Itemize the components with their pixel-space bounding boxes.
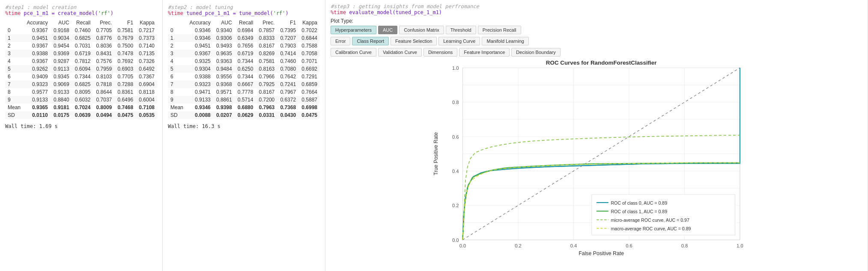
- table-cell: 0.6372: [277, 96, 298, 104]
- table-cell: 0.7135: [136, 50, 157, 57]
- step2-table: AccuracyAUCRecallPrec.F1Kappa 00.93460.9…: [168, 19, 320, 119]
- table-cell: 0.6496: [114, 96, 136, 104]
- table-cell: 0.9398: [213, 104, 235, 111]
- table-cell: 0.9325: [186, 57, 213, 65]
- table-cell: 0.8009: [93, 104, 114, 111]
- table-cell: 0.7344: [235, 57, 256, 65]
- table-cell: 7: [5, 80, 24, 88]
- table-cell: 0.6984: [235, 27, 256, 34]
- table-cell: 0.9577: [24, 88, 51, 96]
- table-cell: 0.9363: [213, 57, 235, 65]
- plot-type-button[interactable]: AUC: [378, 26, 397, 34]
- table-cell: 0.7468: [114, 104, 136, 111]
- table-row: 20.93670.94540.70310.80360.75000.7140: [5, 42, 157, 50]
- table-cell: 0.7022: [298, 27, 320, 34]
- table-cell: 1: [168, 34, 186, 42]
- table-cell: 0.6719: [72, 50, 93, 57]
- table-cell: 0.8118: [136, 88, 157, 96]
- table-cell: 0.7108: [136, 104, 157, 111]
- table-header: Accuracy: [186, 19, 213, 27]
- table-cell: 0.7288: [114, 80, 136, 88]
- table-row: 10.94510.90340.68250.87760.76790.7373: [5, 34, 157, 42]
- plot-type-button[interactable]: Precision Recall: [478, 26, 521, 34]
- table-cell: 0.8776: [93, 34, 114, 42]
- table-cell: 4: [5, 57, 24, 65]
- table-row: 40.93670.92870.78120.75760.76920.7326: [5, 57, 157, 65]
- table-cell: 0.7217: [136, 27, 157, 34]
- plot-type-button[interactable]: Error: [331, 37, 350, 45]
- plot-type-button[interactable]: Manifold Learning: [482, 37, 528, 45]
- plot-type-button[interactable]: Learning Curve: [438, 37, 480, 45]
- table-cell: 0.6719: [235, 50, 256, 57]
- table-cell: 0.9346: [186, 34, 213, 42]
- table-cell: 0.6844: [298, 34, 320, 42]
- plot-type-button[interactable]: Hyperparameters: [331, 26, 376, 34]
- table-cell: 0.7966: [256, 73, 277, 80]
- plot-type-button[interactable]: Class Report: [352, 37, 389, 45]
- svg-text:0.8: 0.8: [681, 243, 688, 248]
- table-row: 40.93250.93630.73440.75810.74600.7071: [168, 57, 320, 65]
- table-cell: 0.8163: [256, 65, 277, 73]
- table-cell: 0.5887: [298, 96, 320, 104]
- table-cell: 0.7140: [136, 42, 157, 50]
- table-cell: Mean: [168, 104, 186, 111]
- table-row: 80.95770.91330.80950.86440.83610.8118: [5, 88, 157, 96]
- plot-type-button[interactable]: Confusion Matrix: [399, 26, 444, 34]
- code-percent: %time: [5, 10, 21, 16]
- table-row: 50.92620.91130.60940.79590.69030.6492: [5, 65, 157, 73]
- table-cell: 0.7200: [256, 96, 277, 104]
- table-cell: 0.7679: [114, 34, 136, 42]
- table-cell: 0.9451: [186, 42, 213, 50]
- table-cell: 0.7368: [277, 104, 298, 111]
- table-cell: 0.9556: [213, 73, 235, 80]
- table-cell: 0.7705: [93, 27, 114, 34]
- table-cell: 0.7576: [93, 57, 114, 65]
- plot-type-button[interactable]: Feature Selection: [391, 37, 437, 45]
- step2-comment: #step2 : model tuning: [168, 4, 320, 10]
- table-cell: 0.0475: [298, 111, 320, 119]
- table-cell: 0.6692: [298, 65, 320, 73]
- table-cell: 0.8840: [51, 96, 72, 104]
- table-cell: 0.7812: [72, 57, 93, 65]
- table-cell: 0.6859: [298, 80, 320, 88]
- table-cell: 0.0207: [213, 111, 235, 119]
- table-cell: 0.9451: [24, 34, 51, 42]
- table-cell: 0.6004: [136, 96, 157, 104]
- table-header: F1: [277, 19, 298, 27]
- table-cell: 0.7241: [277, 80, 298, 88]
- table-cell: 0.0088: [186, 111, 213, 119]
- table-cell: 0: [5, 27, 24, 34]
- plot-type-button[interactable]: Threshold: [446, 26, 476, 34]
- svg-text:0.2: 0.2: [515, 243, 522, 248]
- table-cell: 0.6250: [235, 65, 256, 73]
- table-cell: 0.6903: [114, 65, 136, 73]
- table-cell: 0.7344: [72, 73, 93, 80]
- table-cell: 0.9368: [213, 80, 235, 88]
- table-cell: 0.9493: [213, 42, 235, 50]
- table-cell: 0.8095: [72, 88, 93, 96]
- table-row: 70.93230.93680.66670.79250.72410.6859: [168, 80, 320, 88]
- svg-text:ROC of class 1, AUC = 0.89: ROC of class 1, AUC = 0.89: [611, 209, 667, 214]
- svg-text:1.0: 1.0: [452, 66, 459, 71]
- table-cell: 0.8036: [93, 42, 114, 50]
- table-cell: 0.0110: [24, 111, 51, 119]
- plot-type-button[interactable]: Dimensions: [424, 48, 457, 57]
- table-cell: 0.6825: [72, 34, 93, 42]
- table-cell: 0.9133: [186, 96, 213, 104]
- table-cell: 0.6998: [298, 104, 320, 111]
- plot-type-button[interactable]: Feature Importance: [459, 48, 510, 57]
- table-cell: 0.7478: [114, 50, 136, 57]
- table-cell: 0.9346: [186, 104, 213, 111]
- table-cell: 0.9345: [51, 73, 72, 80]
- table-row: 90.91330.88400.60320.70370.64960.6004: [5, 96, 157, 104]
- plot-type-button[interactable]: Calibration Curve: [331, 48, 376, 57]
- table-row: 30.93670.96350.67190.82690.74140.7058: [168, 50, 320, 57]
- plot-type-button[interactable]: Validation Curve: [378, 48, 422, 57]
- table-cell: Mean: [5, 104, 24, 111]
- svg-text:ROC of class 0, AUC = 0.89: ROC of class 0, AUC = 0.89: [611, 200, 667, 205]
- table-cell: 0.7959: [93, 65, 114, 73]
- plot-type-button[interactable]: Decision Boundary: [511, 48, 560, 57]
- table-header: AUC: [213, 19, 235, 27]
- table-cell: 0.9367: [24, 42, 51, 50]
- table-row: 30.93880.93690.67190.84310.74780.7135: [5, 50, 157, 57]
